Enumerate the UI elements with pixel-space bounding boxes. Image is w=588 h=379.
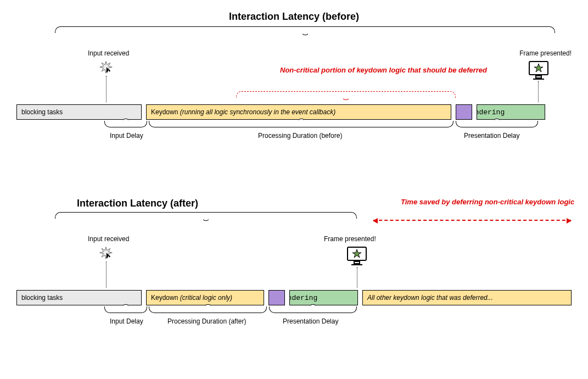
brace-input-delay-before (104, 121, 147, 127)
rendering-block-after: rendering (289, 290, 358, 305)
label-input-delay-after: Input Delay (110, 317, 143, 325)
svg-marker-0 (100, 62, 113, 74)
frame-presented-label-before: Frame presented! (519, 49, 572, 57)
svg-rect-7 (354, 261, 360, 264)
label-presentation-before: Presentation Delay (464, 132, 519, 140)
brace-processing-before (149, 121, 453, 127)
brace-presentation-before (456, 121, 538, 127)
timeline-row-after: blocking tasks Keydown (critical logic o… (16, 290, 572, 305)
input-dotted-line-after (106, 261, 107, 288)
title-after: Interaction Latency (after) (77, 198, 198, 209)
diagram-after: Interaction Latency (after) Time saved b… (16, 198, 572, 352)
brace-noncritical (236, 91, 456, 98)
noncritical-label: Non-critical portion of keydown logic th… (280, 66, 456, 75)
rendering-block-before: rendering (477, 104, 545, 120)
purple-block-after (268, 290, 285, 305)
label-presentation-after: Presentation Delay (283, 317, 338, 325)
keydown-block-after: Keydown (critical logic only) (146, 290, 264, 305)
frame-presented-label-after: Frame presented! (324, 235, 376, 243)
diagram-before: Interaction Latency (before) Input recei… (16, 11, 572, 165)
input-received-label-after: Input received (88, 235, 129, 243)
cursor-burst-icon (99, 246, 113, 260)
svg-rect-2 (536, 76, 541, 78)
timeline-row-before: blocking tasks Keydown (running all logi… (16, 104, 572, 120)
blocking-tasks-block-after: blocking tasks (16, 290, 142, 305)
input-dotted-line-before (106, 76, 107, 102)
frame-dotted-line-before (538, 81, 539, 102)
brace-processing-after (149, 306, 267, 313)
label-processing-after: Processing Duration (after) (167, 317, 246, 325)
time-saved-arrow (373, 220, 571, 221)
label-input-delay-before: Input Delay (110, 132, 143, 140)
brace-input-delay-after (104, 306, 147, 313)
deferred-block: All other keydown logic that was deferre… (362, 290, 572, 305)
title-before-text: Interaction Latency (before) (229, 11, 359, 22)
keydown-block-before: Keydown (running all logic synchronously… (146, 104, 451, 120)
frame-dotted-line-after (357, 267, 357, 288)
brace-top-before (55, 26, 555, 33)
label-processing-before: Processing Duration (before) (258, 132, 342, 140)
input-received-label-before: Input received (88, 49, 129, 57)
brace-top-after (55, 212, 357, 219)
monitor-star-icon (528, 60, 550, 80)
time-saved-label: Time saved by deferring non-critical key… (401, 198, 544, 207)
brace-presentation-after (269, 306, 357, 313)
purple-block-before (456, 104, 472, 120)
blocking-tasks-block-before: blocking tasks (16, 104, 142, 120)
svg-marker-5 (100, 247, 113, 259)
cursor-burst-icon (99, 60, 113, 75)
monitor-star-icon (346, 246, 368, 266)
title-before: Interaction Latency (before) (16, 11, 572, 23)
